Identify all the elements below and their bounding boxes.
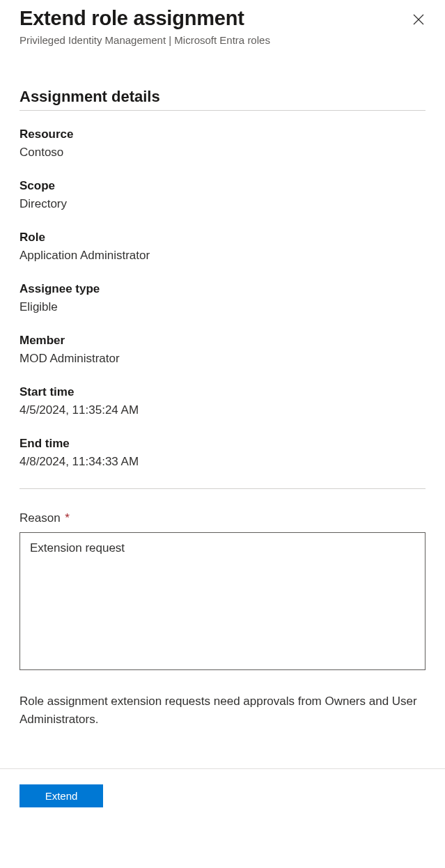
panel-subtitle: Privileged Identity Management | Microso… xyxy=(19,34,426,46)
field-label-assignee-type: Assignee type xyxy=(19,282,426,296)
reason-label-text: Reason xyxy=(19,511,61,525)
field-label-role: Role xyxy=(19,231,426,245)
divider xyxy=(19,488,426,489)
extend-button[interactable]: Extend xyxy=(19,784,103,807)
reason-label: Reason * xyxy=(19,511,426,525)
required-indicator: * xyxy=(65,511,70,525)
field-value-resource: Contoso xyxy=(19,146,426,160)
field-value-role: Application Administrator xyxy=(19,249,426,263)
field-resource: Resource Contoso xyxy=(19,127,426,160)
field-label-end-time: End time xyxy=(19,437,426,451)
field-value-member: MOD Administrator xyxy=(19,352,426,366)
close-button[interactable] xyxy=(409,10,428,31)
panel-title: Extend role assignment xyxy=(19,7,244,30)
field-label-resource: Resource xyxy=(19,127,426,141)
approval-info-text: Role assignment extension requests need … xyxy=(19,692,426,728)
field-value-end-time: 4/8/2024, 11:34:33 AM xyxy=(19,455,426,469)
reason-textarea[interactable]: Extension request xyxy=(19,532,426,670)
field-label-member: Member xyxy=(19,334,426,348)
section-heading-assignment-details: Assignment details xyxy=(19,88,426,111)
field-label-scope: Scope xyxy=(19,179,426,193)
field-start-time: Start time 4/5/2024, 11:35:24 AM xyxy=(19,385,426,417)
field-value-start-time: 4/5/2024, 11:35:24 AM xyxy=(19,403,426,417)
field-label-start-time: Start time xyxy=(19,385,426,399)
field-role: Role Application Administrator xyxy=(19,231,426,263)
field-member: Member MOD Administrator xyxy=(19,334,426,366)
field-end-time: End time 4/8/2024, 11:34:33 AM xyxy=(19,437,426,469)
close-icon xyxy=(413,17,424,27)
field-value-assignee-type: Eligible xyxy=(19,300,426,314)
field-scope: Scope Directory xyxy=(19,179,426,211)
field-assignee-type: Assignee type Eligible xyxy=(19,282,426,314)
field-value-scope: Directory xyxy=(19,197,426,211)
